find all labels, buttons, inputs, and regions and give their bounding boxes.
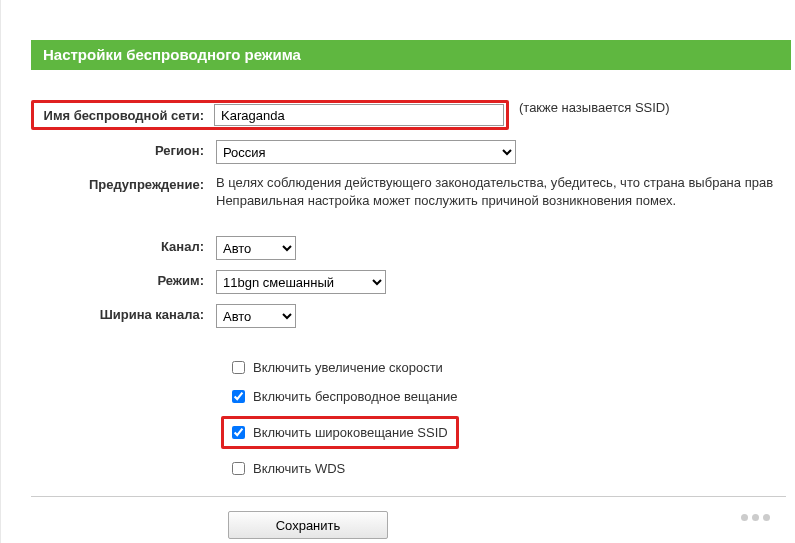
row-save: Сохранить: [228, 511, 786, 539]
checkbox-group: Включить увеличение скорости Включить бе…: [228, 358, 786, 478]
row-cb-wds: Включить WDS: [228, 459, 786, 478]
highlight-ssid: Имя беспроводной сети:: [31, 100, 509, 130]
row-width: Ширина канала: Авто: [31, 304, 786, 328]
row-mode: Режим: 11bgn смешанный: [31, 270, 786, 294]
label-width: Ширина канала:: [31, 304, 216, 322]
page-title: Настройки беспроводного режима: [43, 46, 301, 63]
label-cb-speed: Включить увеличение скорости: [253, 360, 443, 375]
form-content: Имя беспроводной сети: (также называется…: [31, 100, 786, 539]
label-warning: Предупреждение:: [31, 174, 216, 192]
label-mode: Режим:: [31, 270, 216, 288]
input-ssid[interactable]: [214, 104, 504, 126]
label-cb-wds: Включить WDS: [253, 461, 345, 476]
ssid-note: (также называется SSID): [519, 100, 670, 115]
row-cb-radio: Включить беспроводное вещание: [228, 387, 786, 406]
checkbox-ssid-broadcast[interactable]: [232, 426, 245, 439]
row-cb-speed: Включить увеличение скорости: [228, 358, 786, 377]
highlight-ssid-broadcast: Включить широковещание SSID: [221, 416, 459, 449]
warning-text: В целях соблюдения действующего законода…: [216, 174, 786, 210]
warning-line1: В целях соблюдения действующего законода…: [216, 174, 773, 192]
label-cb-ssid-broadcast: Включить широковещание SSID: [253, 425, 448, 440]
page-root: Настройки беспроводного режима Имя беспр…: [0, 0, 795, 543]
loading-dots-icon: [741, 514, 770, 521]
row-channel: Канал: Авто: [31, 236, 786, 260]
label-region: Регион:: [31, 140, 216, 158]
select-region[interactable]: Россия: [216, 140, 516, 164]
page-title-bar: Настройки беспроводного режима: [31, 40, 791, 70]
row-region: Регион: Россия: [31, 140, 786, 164]
save-button[interactable]: Сохранить: [228, 511, 388, 539]
label-ssid: Имя беспроводной сети:: [36, 108, 214, 123]
row-ssid: Имя беспроводной сети: (также называется…: [31, 100, 786, 130]
warning-line2: Неправильная настройка может послужить п…: [216, 192, 676, 210]
select-channel[interactable]: Авто: [216, 236, 296, 260]
select-width[interactable]: Авто: [216, 304, 296, 328]
row-cb-ssid-broadcast: Включить широковещание SSID: [221, 416, 786, 449]
checkbox-speed[interactable]: [232, 361, 245, 374]
checkbox-wds[interactable]: [232, 462, 245, 475]
label-channel: Канал:: [31, 236, 216, 254]
row-warning: Предупреждение: В целях соблюдения дейст…: [31, 174, 786, 210]
label-cb-radio: Включить беспроводное вещание: [253, 389, 458, 404]
select-mode[interactable]: 11bgn смешанный: [216, 270, 386, 294]
divider: [31, 496, 786, 497]
checkbox-radio[interactable]: [232, 390, 245, 403]
